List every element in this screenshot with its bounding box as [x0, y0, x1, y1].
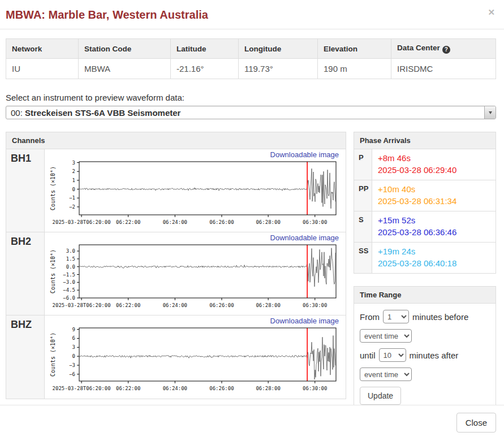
x-tick-label: 06:24:00 — [163, 219, 187, 225]
y-tick-label: 0 — [72, 187, 75, 192]
after-minutes-select[interactable]: 10 — [379, 348, 406, 362]
x-tick-label: 06:28:00 — [256, 302, 280, 308]
col-header-data-center: Data Center? — [391, 39, 496, 59]
modal-content: Channels BH1Downloadable image3210−1−220… — [6, 132, 496, 413]
before-reference-select[interactable]: event time — [360, 329, 412, 343]
channels-body: BH1Downloadable image3210−1−22025-03-28T… — [6, 149, 346, 399]
cell-elevation: 190 m — [318, 59, 391, 79]
channel-plot-cell: Downloadable image3.01.50.0−1.5−3.0−4.5−… — [45, 232, 346, 315]
instrument-select[interactable]: 00: Streckeisen STS-6A VBB Seismometer — [6, 106, 496, 119]
phase-row-p: P+8m 46s2025-03-28 06:29:40 — [354, 149, 496, 180]
col-header-station-code: Station Code — [79, 39, 171, 59]
x-tick-label: 06:24:00 — [163, 302, 187, 308]
y-tick-label: 3.0 — [66, 248, 75, 254]
y-tick-label: 1 — [72, 178, 75, 183]
y-tick-label: −6 — [69, 371, 75, 377]
waveform-plot-bh1: 3210−1−22025-03-28T06:20:0006:22:0006:24… — [47, 159, 343, 231]
seismogram-trace — [80, 168, 335, 209]
modal-header: MBWA: Marble Bar, Western Australia ✕ — [0, 0, 504, 29]
x-tick-label: 06:30:00 — [303, 302, 327, 308]
close-icon[interactable]: ✕ — [488, 8, 495, 16]
cell-latitude: -21.16° — [171, 59, 239, 79]
instrument-selected-value: 00: Streckeisen STS-6A VBB Seismometer — [6, 108, 484, 118]
cell-data-center: IRISDMC — [391, 59, 496, 79]
col-header-longitude: Longitude — [239, 39, 318, 59]
y-tick-label: 0 — [72, 353, 75, 359]
phase-time: 2025-03-28 06:36:46 — [378, 226, 490, 238]
phase-name-label: PP — [354, 180, 372, 211]
station-table-value-row: IU MBWA -21.16° 119.73° 190 m IRISDMC — [6, 59, 496, 79]
phase-arrival-value: +15m 52s2025-03-28 06:36:46 — [372, 211, 496, 242]
page-title: MBWA: Marble Bar, Western Australia — [6, 8, 208, 21]
channel-name-label: BH1 — [6, 149, 45, 232]
channel-row-bh1: BH1Downloadable image3210−1−22025-03-28T… — [6, 149, 346, 232]
x-tick-label: 06:24:00 — [163, 386, 187, 391]
modal-footer: Close — [0, 405, 504, 441]
channel-name-label: BHZ — [6, 315, 45, 399]
y-tick-label: −3 — [69, 362, 75, 368]
cell-network: IU — [6, 59, 79, 79]
channel-name-label: BH2 — [6, 232, 45, 315]
downloadable-image-link[interactable]: Downloadable image — [47, 234, 339, 242]
time-range-panel: Time Range From 1 minutes before event t… — [354, 286, 496, 413]
seismogram-trace — [80, 248, 335, 287]
col-header-latitude: Latitude — [171, 39, 239, 59]
phase-offset: +15m 52s — [378, 214, 490, 226]
col-header-elevation: Elevation — [318, 39, 391, 59]
y-tick-label: 1.5 — [66, 256, 75, 262]
y-tick-label: −1 — [69, 195, 75, 201]
x-tick-label: 06:22:00 — [116, 302, 140, 308]
y-tick-label: −4.5 — [63, 287, 75, 293]
x-tick-label: 06:22:00 — [116, 219, 140, 225]
y-tick-label: −6.0 — [63, 295, 75, 301]
channel-plot-cell: Downloadable image3210−1−22025-03-28T06:… — [45, 149, 346, 232]
col-header-network: Network — [6, 39, 79, 59]
channel-plot-cell: Downloadable image9630−3−62025-03-28T06:… — [45, 315, 346, 399]
chevron-down-icon — [489, 111, 492, 114]
phase-offset: +19m 24s — [378, 245, 490, 257]
phase-arrival-value: +19m 24s2025-03-28 06:40:18 — [372, 243, 496, 273]
phase-time: 2025-03-28 06:40:18 — [378, 257, 490, 269]
phase-arrival-value: +10m 40s2025-03-28 06:31:34 — [372, 180, 496, 211]
downloadable-image-link[interactable]: Downloadable image — [47, 150, 339, 159]
x-tick-label: 06:28:00 — [256, 386, 280, 391]
close-button[interactable]: Close — [456, 413, 496, 433]
phase-time: 2025-03-28 06:29:40 — [378, 164, 490, 176]
before-minutes-select[interactable]: 1 — [383, 310, 409, 323]
x-tick-label: 06:26:00 — [209, 386, 234, 391]
x-tick-label: 06:30:00 — [303, 386, 327, 391]
y-tick-label: 2 — [72, 168, 75, 174]
phase-arrivals-panel: Phase Arrivals P+8m 46s2025-03-28 06:29:… — [354, 132, 496, 274]
phase-offset: +8m 46s — [378, 152, 490, 164]
x-tick-label: 06:22:00 — [116, 386, 140, 391]
y-tick-label: −3.0 — [63, 279, 75, 285]
y-tick-label: −2 — [69, 204, 75, 210]
waveform-plot-bhz: 9630−3−62025-03-28T06:20:0006:22:0006:24… — [47, 325, 343, 397]
time-range-from-row: From 1 minutes before — [360, 310, 490, 323]
after-reference-select[interactable]: event time — [360, 368, 412, 381]
channels-panel: Channels BH1Downloadable image3210−1−220… — [6, 132, 346, 399]
x-tick-label: 06:26:00 — [209, 302, 234, 308]
phase-arrivals-body: P+8m 46s2025-03-28 06:29:40PP+10m 40s202… — [354, 149, 496, 273]
phase-name-label: SS — [354, 243, 372, 273]
time-range-after-ref-row: event time — [360, 368, 490, 381]
x-tick-label: 06:30:00 — [303, 219, 327, 225]
phase-row-pp: PP+10m 40s2025-03-28 06:31:34 — [354, 180, 496, 211]
cell-longitude: 119.73° — [239, 59, 318, 79]
update-button[interactable]: Update — [360, 387, 401, 405]
right-column: Phase Arrivals P+8m 46s2025-03-28 06:29:… — [354, 132, 496, 413]
dropdown-arrow-box — [484, 106, 496, 119]
downloadable-image-link[interactable]: Downloadable image — [47, 317, 339, 325]
station-info-table: Network Station Code Latitude Longitude … — [6, 38, 496, 79]
station-modal: MBWA: Marble Bar, Western Australia ✕ Ne… — [0, 0, 504, 441]
y-tick-label: 6 — [72, 335, 75, 341]
phase-arrival-value: +8m 46s2025-03-28 06:29:40 — [372, 149, 496, 180]
x-tick-label: 06:26:00 — [209, 219, 234, 225]
y-tick-label: 3 — [72, 160, 75, 166]
channel-row-bhz: BHZDownloadable image9630−3−62025-03-28T… — [6, 315, 346, 399]
y-tick-label: 3 — [72, 344, 75, 350]
phase-time: 2025-03-28 06:31:34 — [378, 195, 490, 207]
phase-offset: +10m 40s — [378, 183, 490, 195]
help-icon[interactable]: ? — [442, 46, 450, 54]
x-tick-label: 2025-03-28T06:20:00 — [53, 386, 111, 391]
